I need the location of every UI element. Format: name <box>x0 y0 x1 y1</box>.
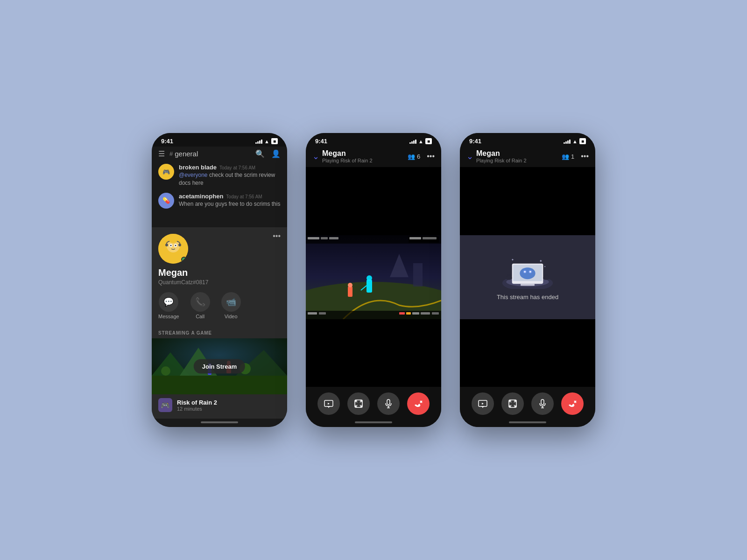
streaming-label: STREAMING A GAME <box>152 326 287 338</box>
svg-point-60 <box>524 271 526 272</box>
mic-button-3[interactable] <box>531 392 554 415</box>
viewer-count-3: 👥 1 <box>562 153 574 160</box>
svg-rect-73 <box>541 399 544 405</box>
svg-rect-30 <box>366 280 372 293</box>
home-indicator-2 <box>306 419 441 427</box>
signal-icon-1 <box>255 139 262 144</box>
battery-icon-3: ■ <box>579 138 586 144</box>
call-action[interactable]: 📞 Call <box>190 292 210 319</box>
home-bar-3 <box>509 421 546 423</box>
viewer-icon-3: 👥 <box>562 153 569 160</box>
stream-bottom-2 <box>306 319 441 387</box>
svg-rect-39 <box>319 312 326 315</box>
call-header-3: ⌄ Megan Playing Risk of Rain 2 👥 1 ••• <box>460 147 595 167</box>
signal-icon-3 <box>564 139 571 144</box>
status-bar-3: 9:41 ▲ ■ <box>460 133 595 147</box>
more-options-2[interactable]: ••• <box>427 152 435 161</box>
more-options-3[interactable]: ••• <box>581 152 589 161</box>
home-indicator-1 <box>152 419 287 427</box>
status-bar-2: 9:41 ▲ ■ <box>306 133 441 147</box>
wifi-icon-3: ▲ <box>572 139 578 144</box>
end-call-button-3[interactable] <box>561 392 584 415</box>
members-icon[interactable]: 👤 <box>271 149 281 158</box>
msg-text-2: When are you guys free to do scrims this <box>179 200 280 208</box>
stream-top-3 <box>460 167 595 235</box>
message-1: 🎮 broken blade Today at 7:56 AM @everyon… <box>152 161 287 190</box>
svg-text:✦: ✦ <box>511 258 514 261</box>
video-action-label: Video <box>225 314 238 319</box>
svg-rect-33 <box>348 287 352 297</box>
mic-button-2[interactable] <box>377 392 400 415</box>
header-actions: 🔍 👤 <box>255 149 281 158</box>
video-action[interactable]: 📹 Video <box>221 292 241 319</box>
expand-button-3[interactable] <box>501 392 524 415</box>
msg-content-1: broken blade Today at 7:56 AM @everyone … <box>179 164 281 187</box>
expand-icon-3 <box>508 399 517 408</box>
back-chevron-2[interactable]: ⌄ <box>312 151 319 161</box>
stream-content-3: ✦ ✦ ✦ This stream has ended <box>460 167 595 387</box>
expand-button-2[interactable] <box>347 392 370 415</box>
call-controls-2 <box>306 387 441 419</box>
svg-rect-40 <box>399 312 405 315</box>
screen-share-icon-2 <box>324 399 333 408</box>
game-icon: 🎮 <box>158 398 172 412</box>
msg-time-2: Today at 7:56 AM <box>226 194 262 199</box>
svg-rect-37 <box>306 311 441 319</box>
svg-point-31 <box>366 275 372 281</box>
channel-name: # general <box>169 150 255 158</box>
stream-bottom-3 <box>460 319 595 387</box>
svg-rect-43 <box>421 312 430 315</box>
viewer-icon-2: 👥 <box>408 153 415 160</box>
hamburger-icon[interactable]: ☰ <box>158 149 165 158</box>
call-action-icon: 📞 <box>190 292 210 312</box>
status-bar-1: 9:41 ▲ ■ <box>152 133 287 147</box>
svg-text:✦: ✦ <box>544 265 546 268</box>
svg-rect-7 <box>169 237 178 241</box>
svg-rect-25 <box>329 237 338 239</box>
message-action-label: Message <box>158 314 179 319</box>
video-action-icon: 📹 <box>221 292 241 312</box>
msg-username-2: acetaminophen <box>179 193 223 200</box>
svg-rect-38 <box>308 312 317 315</box>
message-action[interactable]: 💬 Message <box>158 292 179 319</box>
back-chevron-3[interactable]: ⌄ <box>466 151 473 161</box>
battery-icon-2: ■ <box>425 138 432 144</box>
profile-name: Megan <box>158 267 281 278</box>
call-header-right-2: 👥 6 ••• <box>408 152 435 161</box>
mic-icon-2 <box>384 399 393 408</box>
profile-tag: QuantumCatz#0817 <box>158 279 281 286</box>
hash-icon: # <box>169 150 173 157</box>
wifi-icon-2: ▲ <box>418 139 423 144</box>
status-time-3: 9:41 <box>469 138 481 145</box>
screen-share-button-2[interactable] <box>317 392 340 415</box>
wifi-icon-1: ▲ <box>264 139 269 144</box>
chat-area: 🎮 broken blade Today at 7:56 AM @everyon… <box>152 161 287 227</box>
msg-header-2: acetaminophen Today at 7:56 AM <box>179 193 280 200</box>
end-call-button-2[interactable] <box>407 392 430 415</box>
home-bar-2 <box>355 421 392 423</box>
phone-3: 9:41 ▲ ■ ⌄ Megan Playing Risk of Rain 2 <box>460 133 595 427</box>
phones-container: 9:41 ▲ ■ ☰ # general 🔍 👤 <box>133 114 614 446</box>
svg-point-63 <box>507 274 511 278</box>
profile-menu-icon[interactable]: ••• <box>273 232 281 240</box>
end-call-icon-3 <box>567 399 578 409</box>
join-stream-button[interactable]: Join Stream <box>194 359 245 374</box>
msg-username-1: broken blade <box>179 164 217 171</box>
svg-rect-47 <box>387 399 390 405</box>
status-icons-1: ▲ ■ <box>255 138 278 144</box>
call-header-2: ⌄ Megan Playing Risk of Rain 2 👥 6 ••• <box>306 147 441 167</box>
screen-share-button-3[interactable] <box>472 392 494 415</box>
svg-point-9 <box>178 244 181 246</box>
svg-rect-23 <box>308 237 319 239</box>
phone-2: 9:41 ▲ ■ ⌄ Megan Playing Risk of Rain 2 <box>306 133 441 427</box>
search-icon[interactable]: 🔍 <box>255 149 265 158</box>
game-info: 🎮 Risk of Rain 2 12 minutes <box>152 394 287 419</box>
svg-rect-27 <box>409 237 421 239</box>
svg-point-4 <box>170 245 172 246</box>
svg-point-5 <box>175 245 176 246</box>
mic-icon-3 <box>538 399 547 408</box>
phone-1: 9:41 ▲ ■ ☰ # general 🔍 👤 <box>152 133 287 427</box>
stream-content-2 <box>306 167 441 387</box>
viewer-number-2: 6 <box>417 153 420 160</box>
call-action-label: Call <box>196 314 204 319</box>
